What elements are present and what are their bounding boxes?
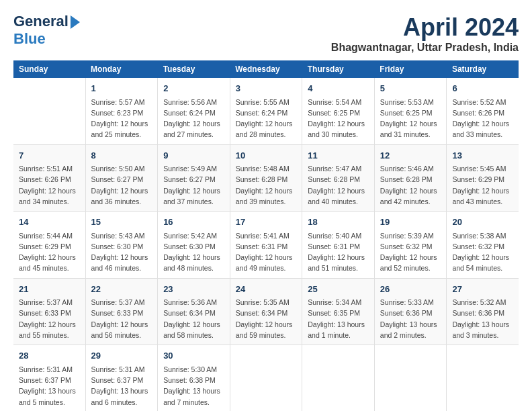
cell-info: Sunrise: 5:37 AM Sunset: 6:33 PM Dayligh… xyxy=(91,297,152,340)
calendar-cell: 13Sunrise: 5:45 AM Sunset: 6:29 PM Dayli… xyxy=(447,144,519,212)
day-number: 22 xyxy=(91,283,152,296)
calendar-cell: 29Sunrise: 5:31 AM Sunset: 6:37 PM Dayli… xyxy=(85,345,158,411)
calendar-cell: 7Sunrise: 5:51 AM Sunset: 6:26 PM Daylig… xyxy=(13,144,85,212)
calendar-cell xyxy=(13,78,85,144)
day-number: 14 xyxy=(19,216,80,229)
cell-info: Sunrise: 5:48 AM Sunset: 6:28 PM Dayligh… xyxy=(236,163,297,207)
calendar-cell xyxy=(302,345,375,411)
calendar-cell: 25Sunrise: 5:34 AM Sunset: 6:35 PM Dayli… xyxy=(302,278,375,345)
calendar-cell: 28Sunrise: 5:31 AM Sunset: 6:37 PM Dayli… xyxy=(13,345,85,411)
calendar-cell xyxy=(374,345,447,411)
day-number: 30 xyxy=(163,349,224,363)
calendar-cell: 12Sunrise: 5:46 AM Sunset: 6:28 PM Dayli… xyxy=(374,144,447,212)
calendar-cell: 26Sunrise: 5:33 AM Sunset: 6:36 PM Dayli… xyxy=(374,278,447,345)
calendar-cell: 10Sunrise: 5:48 AM Sunset: 6:28 PM Dayli… xyxy=(230,144,302,212)
cell-info: Sunrise: 5:42 AM Sunset: 6:30 PM Dayligh… xyxy=(163,230,224,274)
calendar-cell: 24Sunrise: 5:35 AM Sunset: 6:34 PM Dayli… xyxy=(230,278,302,345)
cell-info: Sunrise: 5:46 AM Sunset: 6:28 PM Dayligh… xyxy=(380,163,441,207)
day-number: 19 xyxy=(380,216,441,229)
day-number: 4 xyxy=(308,82,369,95)
calendar-cell: 27Sunrise: 5:32 AM Sunset: 6:36 PM Dayli… xyxy=(447,278,519,345)
header-monday: Monday xyxy=(85,60,158,78)
day-number: 20 xyxy=(452,216,513,229)
day-number: 16 xyxy=(163,216,224,229)
day-number: 17 xyxy=(236,216,297,229)
cell-info: Sunrise: 5:45 AM Sunset: 6:29 PM Dayligh… xyxy=(452,163,513,207)
calendar-cell: 4Sunrise: 5:54 AM Sunset: 6:25 PM Daylig… xyxy=(302,78,375,144)
cell-info: Sunrise: 5:41 AM Sunset: 6:31 PM Dayligh… xyxy=(236,230,297,274)
week-row-2: 7Sunrise: 5:51 AM Sunset: 6:26 PM Daylig… xyxy=(13,144,519,212)
day-number: 9 xyxy=(163,149,224,163)
calendar-cell: 16Sunrise: 5:42 AM Sunset: 6:30 PM Dayli… xyxy=(158,212,230,279)
day-number: 29 xyxy=(91,349,152,363)
logo-text: General xyxy=(13,13,80,30)
cell-info: Sunrise: 5:31 AM Sunset: 6:37 PM Dayligh… xyxy=(19,364,80,408)
header-friday: Friday xyxy=(374,60,447,78)
cell-info: Sunrise: 5:30 AM Sunset: 6:38 PM Dayligh… xyxy=(163,364,224,408)
cell-info: Sunrise: 5:55 AM Sunset: 6:24 PM Dayligh… xyxy=(236,97,297,140)
cell-info: Sunrise: 5:56 AM Sunset: 6:24 PM Dayligh… xyxy=(163,97,224,140)
cell-info: Sunrise: 5:34 AM Sunset: 6:35 PM Dayligh… xyxy=(308,297,369,340)
calendar-cell xyxy=(447,345,519,411)
cell-info: Sunrise: 5:49 AM Sunset: 6:27 PM Dayligh… xyxy=(163,163,224,207)
header-tuesday: Tuesday xyxy=(158,60,230,78)
header-saturday: Saturday xyxy=(447,60,519,78)
cell-info: Sunrise: 5:52 AM Sunset: 6:26 PM Dayligh… xyxy=(452,97,513,140)
day-number: 25 xyxy=(308,283,369,296)
day-number: 13 xyxy=(452,149,513,163)
calendar-cell: 3Sunrise: 5:55 AM Sunset: 6:24 PM Daylig… xyxy=(230,78,302,144)
calendar-cell: 1Sunrise: 5:57 AM Sunset: 6:23 PM Daylig… xyxy=(85,78,158,144)
day-number: 15 xyxy=(91,216,152,229)
cell-info: Sunrise: 5:35 AM Sunset: 6:34 PM Dayligh… xyxy=(236,297,297,340)
calendar-cell: 9Sunrise: 5:49 AM Sunset: 6:27 PM Daylig… xyxy=(158,144,230,212)
day-number: 26 xyxy=(380,283,441,296)
calendar-cell: 14Sunrise: 5:44 AM Sunset: 6:29 PM Dayli… xyxy=(13,212,85,279)
day-number: 23 xyxy=(163,283,224,296)
week-row-5: 28Sunrise: 5:31 AM Sunset: 6:37 PM Dayli… xyxy=(13,345,519,411)
day-number: 6 xyxy=(452,82,513,95)
cell-info: Sunrise: 5:38 AM Sunset: 6:32 PM Dayligh… xyxy=(452,230,513,274)
calendar-cell: 5Sunrise: 5:53 AM Sunset: 6:25 PM Daylig… xyxy=(374,78,447,144)
week-row-1: 1Sunrise: 5:57 AM Sunset: 6:23 PM Daylig… xyxy=(13,78,519,144)
calendar-cell: 6Sunrise: 5:52 AM Sunset: 6:26 PM Daylig… xyxy=(447,78,519,144)
calendar-cell: 20Sunrise: 5:38 AM Sunset: 6:32 PM Dayli… xyxy=(447,212,519,279)
day-number: 8 xyxy=(91,149,152,163)
page-header: General Blue April 2024 Bhagwantnagar, U… xyxy=(13,13,519,54)
logo-blue-text: Blue xyxy=(13,31,46,47)
calendar-cell: 18Sunrise: 5:40 AM Sunset: 6:31 PM Dayli… xyxy=(302,212,375,279)
calendar-cell: 19Sunrise: 5:39 AM Sunset: 6:32 PM Dayli… xyxy=(374,212,447,279)
day-number: 10 xyxy=(236,149,297,163)
cell-info: Sunrise: 5:39 AM Sunset: 6:32 PM Dayligh… xyxy=(380,230,441,274)
header-thursday: Thursday xyxy=(302,60,375,78)
day-number: 3 xyxy=(236,82,297,95)
cell-info: Sunrise: 5:32 AM Sunset: 6:36 PM Dayligh… xyxy=(452,297,513,340)
day-number: 2 xyxy=(163,82,224,95)
calendar-table: SundayMondayTuesdayWednesdayThursdayFrid… xyxy=(13,60,519,411)
calendar-cell: 22Sunrise: 5:37 AM Sunset: 6:33 PM Dayli… xyxy=(85,278,158,345)
header-sunday: Sunday xyxy=(13,60,85,78)
cell-info: Sunrise: 5:50 AM Sunset: 6:27 PM Dayligh… xyxy=(91,163,152,207)
day-number: 1 xyxy=(91,82,152,95)
calendar-cell: 8Sunrise: 5:50 AM Sunset: 6:27 PM Daylig… xyxy=(85,144,158,212)
week-row-4: 21Sunrise: 5:37 AM Sunset: 6:33 PM Dayli… xyxy=(13,278,519,345)
cell-info: Sunrise: 5:53 AM Sunset: 6:25 PM Dayligh… xyxy=(380,97,441,140)
day-number: 24 xyxy=(236,283,297,296)
cell-info: Sunrise: 5:31 AM Sunset: 6:37 PM Dayligh… xyxy=(91,364,152,408)
cell-info: Sunrise: 5:37 AM Sunset: 6:33 PM Dayligh… xyxy=(19,297,80,340)
title-section: April 2024 Bhagwantnagar, Uttar Pradesh,… xyxy=(331,13,519,54)
calendar-cell: 11Sunrise: 5:47 AM Sunset: 6:28 PM Dayli… xyxy=(302,144,375,212)
calendar-cell: 2Sunrise: 5:56 AM Sunset: 6:24 PM Daylig… xyxy=(158,78,230,144)
day-number: 18 xyxy=(308,216,369,229)
cell-info: Sunrise: 5:33 AM Sunset: 6:36 PM Dayligh… xyxy=(380,297,441,340)
calendar-cell: 15Sunrise: 5:43 AM Sunset: 6:30 PM Dayli… xyxy=(85,212,158,279)
cell-info: Sunrise: 5:36 AM Sunset: 6:34 PM Dayligh… xyxy=(163,297,224,340)
cell-info: Sunrise: 5:54 AM Sunset: 6:25 PM Dayligh… xyxy=(308,97,369,140)
day-number: 21 xyxy=(19,283,80,296)
day-number: 7 xyxy=(19,149,80,163)
day-number: 28 xyxy=(19,349,80,363)
calendar-cell: 30Sunrise: 5:30 AM Sunset: 6:38 PM Dayli… xyxy=(158,345,230,411)
calendar-header: SundayMondayTuesdayWednesdayThursdayFrid… xyxy=(13,60,519,78)
week-row-3: 14Sunrise: 5:44 AM Sunset: 6:29 PM Dayli… xyxy=(13,212,519,279)
day-number: 5 xyxy=(380,82,441,95)
header-wednesday: Wednesday xyxy=(230,60,302,78)
